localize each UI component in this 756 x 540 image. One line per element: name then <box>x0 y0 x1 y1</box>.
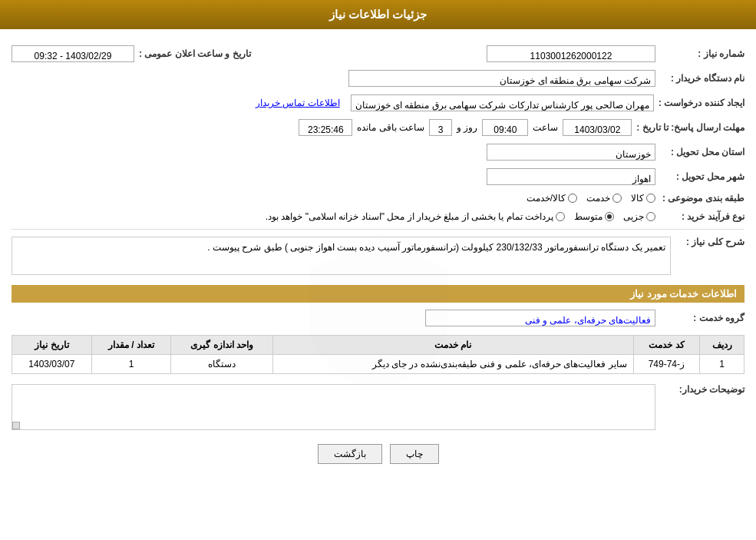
creator-value: مهران صالحی پور کارشناس تدارکات شرکت سها… <box>351 94 654 111</box>
services-section-title: اطلاعات خدمات مورد نیاز <box>12 285 744 303</box>
resize-handle[interactable] <box>12 422 20 429</box>
page-title: جزئیات اطلاعات نیاز <box>329 8 427 21</box>
deadline-time: 09:40 <box>482 119 528 136</box>
cell-qty: 1 <box>91 355 171 374</box>
table-row: 1 ز-74-749 سایر فعالیت‌های حرفه‌ای، علمی… <box>12 355 744 374</box>
cell-unit: دستگاه <box>171 355 273 374</box>
process-label: نوع فرآیند خرید : <box>660 211 744 222</box>
process-option-esnad: پرداخت تمام یا بخشی از مبلغ خریدار از مح… <box>266 211 565 222</box>
need-description-value: تعمیر یک دستگاه ترانسفورماتور 230/132/33… <box>12 237 671 275</box>
province-label: استان محل تحویل : <box>660 147 744 157</box>
col-header-name: نام خدمت <box>273 336 634 355</box>
need-number-value: 1103001262000122 <box>487 45 655 62</box>
process-option-jozyi: جزیی <box>623 211 655 222</box>
services-table-container: ردیف کد خدمت نام خدمت واحد اندازه گیری ت… <box>12 335 744 374</box>
public-announce-value: 1403/02/29 - 09:32 <box>12 45 134 62</box>
category-radio-group: کالا خدمت کالا/خدمت <box>527 193 655 204</box>
buyer-notes-label: توضیحات خریدار: <box>660 384 744 395</box>
cell-date: 1403/03/07 <box>12 355 92 374</box>
print-button[interactable]: چاپ <box>390 444 439 464</box>
process-radio-group: جزیی متوسط پرداخت تمام یا بخشی از مبلغ خ… <box>266 211 655 222</box>
col-header-unit: واحد اندازه گیری <box>171 336 273 355</box>
process-option-motavasset: متوسط <box>574 211 614 222</box>
col-header-qty: تعداد / مقدار <box>91 336 171 355</box>
cell-name: سایر فعالیت‌های حرفه‌ای، علمی و فنی طبقه… <box>273 355 634 374</box>
process-label-esnad: پرداخت تمام یا بخشی از مبلغ خریدار از مح… <box>266 211 553 222</box>
deadline-remaining: 23:25:46 <box>299 119 352 136</box>
page-header: جزئیات اطلاعات نیاز <box>0 0 756 29</box>
need-number-label: شماره نیاز : <box>660 48 744 59</box>
category-radio-khedmat[interactable] <box>612 194 622 203</box>
category-radio-kala-khedmat[interactable] <box>568 194 577 203</box>
cell-row: 1 <box>700 355 744 374</box>
col-header-code: کد خدمت <box>633 336 700 355</box>
deadline-days-label: روز و <box>457 122 477 133</box>
deadline-time-label: ساعت <box>533 122 558 133</box>
deadline-days: 3 <box>429 119 452 136</box>
category-option-kala: کالا <box>631 193 655 204</box>
process-radio-esnad[interactable] <box>556 212 565 221</box>
public-announce-label: تاریخ و ساعت اعلان عمومی : <box>139 48 251 59</box>
category-label-kala: کالا <box>631 193 644 204</box>
button-row: چاپ بازگشت <box>12 444 744 464</box>
process-label-motavasset: متوسط <box>574 211 602 222</box>
process-radio-motavasset[interactable] <box>605 212 614 221</box>
city-value: اهواز <box>487 168 655 185</box>
deadline-label: مهلت ارسال پاسخ: تا تاریخ : <box>636 122 744 133</box>
need-desc-label: شرح کلی نیاز : <box>675 237 744 247</box>
city-label: شهر محل تحویل : <box>660 171 744 182</box>
process-radio-jozyi[interactable] <box>646 212 655 221</box>
category-option-khedmat: خدمت <box>586 193 622 204</box>
back-button[interactable]: بازگشت <box>318 444 382 464</box>
service-group-label: گروه خدمت : <box>660 313 744 323</box>
cell-code: ز-74-749 <box>633 355 700 374</box>
col-header-row: ردیف <box>700 336 744 355</box>
contact-link[interactable]: اطلاعات تماس خریدار <box>256 98 340 108</box>
category-label-khedmat: خدمت <box>586 193 610 204</box>
category-option-kala-khedmat: کالا/خدمت <box>527 193 577 204</box>
col-header-date: تاریخ نیاز <box>12 336 92 355</box>
services-table: ردیف کد خدمت نام خدمت واحد اندازه گیری ت… <box>12 335 744 374</box>
category-label-kala-khedmat: کالا/خدمت <box>527 193 566 204</box>
category-radio-kala[interactable] <box>646 194 655 203</box>
process-label-jozyi: جزیی <box>623 211 644 222</box>
buyer-notes-textarea[interactable] <box>12 384 655 430</box>
deadline-remaining-label: ساعت باقی مانده <box>357 122 424 133</box>
deadline-date: 1403/03/02 <box>563 119 632 136</box>
creator-label: ایجاد کننده درخواست : <box>659 98 744 108</box>
category-label: طبقه بندی موضوعی : <box>660 193 744 204</box>
province-value: خوزستان <box>487 144 655 161</box>
buyer-name-label: نام دستگاه خریدار : <box>660 73 744 84</box>
buyer-name-value: شرکت سهامی برق منطقه ای خوزستان <box>348 70 655 87</box>
service-group-value: فعالیت‌های حرفه‌ای، علمی و فنی <box>425 310 655 326</box>
